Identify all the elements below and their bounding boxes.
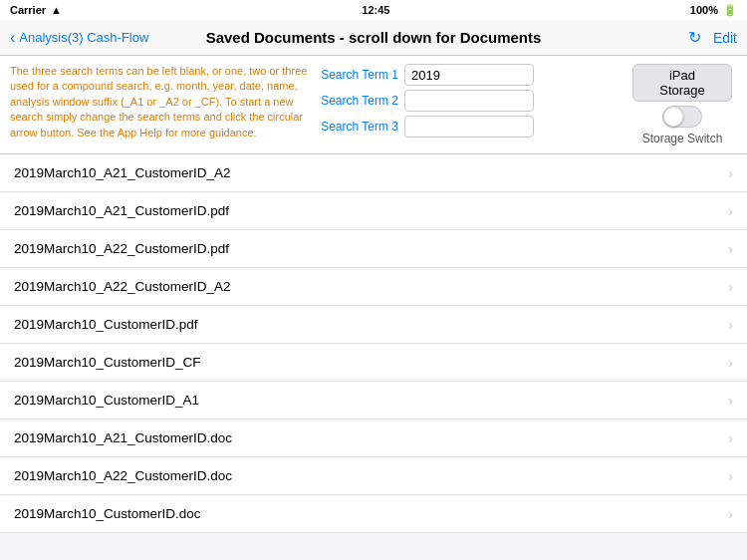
storage-switch-label: Storage Switch — [642, 132, 723, 145]
doc-name: 2019March10_CustomerID_A1 — [14, 393, 199, 408]
table-row[interactable]: 2019March10_A22_CustomerID_A2 › — [0, 268, 747, 306]
document-list: 2019March10_A21_CustomerID_A2 › 2019Marc… — [0, 154, 747, 533]
storage-toggle-container — [662, 106, 702, 128]
chevron-right-icon: › — [728, 468, 733, 484]
chevron-right-icon: › — [728, 203, 733, 219]
table-row[interactable]: 2019March10_CustomerID.doc › — [0, 495, 747, 533]
wifi-icon: ▲ — [51, 4, 62, 16]
search-term3-row: Search Term 3 — [319, 116, 618, 138]
back-button[interactable]: ‹ Analysis(3) Cash-Flow — [10, 29, 148, 47]
chevron-right-icon: › — [728, 355, 733, 371]
refresh-icon: ↻ — [688, 28, 701, 47]
refresh-button[interactable]: ↻ — [688, 28, 701, 47]
search-term3-input[interactable] — [404, 116, 534, 138]
doc-name: 2019March10_A21_CustomerID_A2 — [14, 165, 231, 180]
nav-bar: ‹ Analysis(3) Cash-Flow Saved Documents … — [0, 20, 747, 56]
search-term3-label: Search Term 3 — [319, 120, 398, 134]
search-term2-row: Search Term 2 — [319, 90, 618, 112]
search-term1-row: Search Term 1 — [319, 64, 618, 86]
doc-name: 2019March10_A21_CustomerID.doc — [14, 430, 232, 445]
table-row[interactable]: 2019March10_A21_CustomerID_A2 › — [0, 154, 747, 192]
status-time: 12:45 — [362, 4, 389, 16]
table-row[interactable]: 2019March10_A22_CustomerID.doc › — [0, 457, 747, 495]
chevron-right-icon: › — [728, 279, 733, 295]
back-label: Analysis(3) Cash-Flow — [19, 30, 148, 45]
doc-name: 2019March10_A22_CustomerID.doc — [14, 468, 232, 483]
table-row[interactable]: 2019March10_CustomerID_A1 › — [0, 382, 747, 420]
status-right: 100% 🔋 — [690, 4, 737, 17]
battery-icon: 🔋 — [723, 4, 737, 17]
doc-name: 2019March10_CustomerID.pdf — [14, 317, 198, 332]
table-row[interactable]: 2019March10_A22_CustomerID.pdf › — [0, 230, 747, 268]
edit-label: Edit — [713, 30, 737, 46]
doc-name: 2019March10_A21_CustomerID.pdf — [14, 203, 229, 218]
empty-area — [0, 533, 747, 560]
toggle-thumb — [663, 107, 683, 127]
nav-actions: ↻ Edit — [688, 28, 737, 47]
doc-name: 2019March10_A22_CustomerID.pdf — [14, 241, 229, 256]
doc-name: 2019March10_A22_CustomerID_A2 — [14, 279, 231, 294]
chevron-right-icon: › — [728, 165, 733, 181]
search-term2-label: Search Term 2 — [319, 94, 398, 108]
search-help-text: The three search terms can be left blank… — [10, 64, 309, 145]
status-left: Carrier ▲ — [10, 4, 62, 16]
storage-toggle[interactable] — [662, 106, 702, 128]
carrier-label: Carrier — [10, 4, 46, 16]
chevron-right-icon: › — [728, 317, 733, 333]
doc-name: 2019March10_CustomerID_CF — [14, 355, 201, 370]
battery-label: 100% — [690, 4, 718, 16]
search-term1-label: Search Term 1 — [319, 68, 398, 82]
doc-name: 2019March10_CustomerID.doc — [14, 506, 201, 521]
table-row[interactable]: 2019March10_CustomerID_CF › — [0, 344, 747, 382]
page-title: Saved Documents - scroll down for Docume… — [206, 29, 542, 46]
chevron-right-icon: › — [728, 506, 733, 522]
search-fields: Search Term 1 Search Term 2 Search Term … — [319, 64, 618, 145]
chevron-right-icon: › — [728, 393, 733, 409]
chevron-left-icon: ‹ — [10, 29, 15, 47]
search-term1-input[interactable] — [404, 64, 534, 86]
chevron-right-icon: › — [728, 430, 733, 446]
status-bar: Carrier ▲ 12:45 100% 🔋 — [0, 0, 747, 20]
search-term2-input[interactable] — [404, 90, 534, 112]
ipad-storage-button[interactable]: iPad Storage — [632, 64, 732, 102]
search-panel: The three search terms can be left blank… — [0, 56, 747, 154]
storage-section: iPad Storage Storage Switch — [627, 64, 737, 145]
table-row[interactable]: 2019March10_CustomerID.pdf › — [0, 306, 747, 344]
table-row[interactable]: 2019March10_A21_CustomerID.pdf › — [0, 192, 747, 230]
chevron-right-icon: › — [728, 241, 733, 257]
table-row[interactable]: 2019March10_A21_CustomerID.doc › — [0, 420, 747, 457]
edit-button[interactable]: Edit — [713, 30, 737, 46]
